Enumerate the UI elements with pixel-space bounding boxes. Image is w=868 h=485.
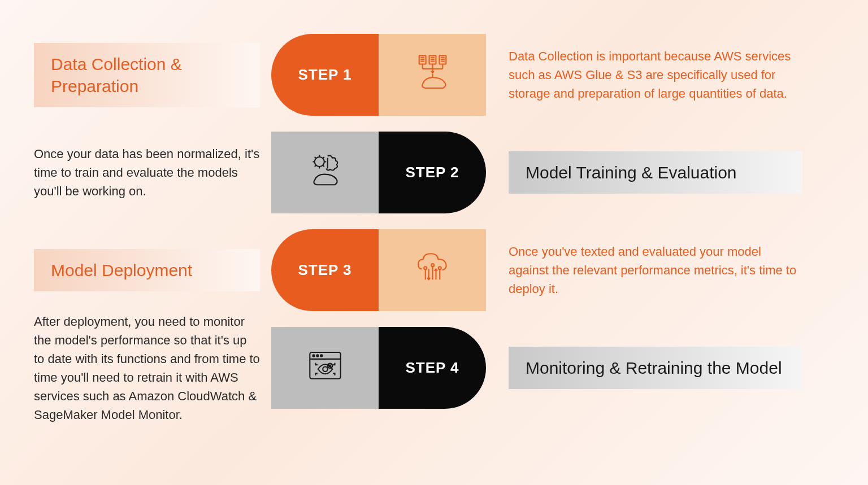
step-4-label: STEP 4 bbox=[405, 359, 459, 377]
step-4-title: Monitoring & Retraining the Model bbox=[509, 347, 802, 389]
step-4-description: After deployment, you need to monitor th… bbox=[34, 312, 260, 424]
data-collection-icon bbox=[409, 50, 457, 100]
svg-point-29 bbox=[313, 355, 314, 356]
svg-point-31 bbox=[320, 355, 322, 356]
step-2-label: STEP 2 bbox=[405, 164, 459, 181]
step-3-label: STEP 3 bbox=[298, 261, 351, 279]
svg-point-30 bbox=[316, 355, 318, 356]
step-2-title: Model Training & Evaluation bbox=[509, 151, 802, 194]
step-row-3: Model Deployment STEP 3 bbox=[34, 229, 834, 311]
step-1-description: Data Collection is important because AWS… bbox=[509, 47, 802, 103]
step-1-pill: STEP 1 bbox=[271, 34, 486, 116]
step-3-pill: STEP 3 bbox=[271, 229, 486, 311]
step-3-description: Once you've texted and evaluated your mo… bbox=[509, 242, 802, 298]
diagram-container: Data Collection & Preparation STEP 1 bbox=[0, 0, 868, 485]
svg-point-32 bbox=[323, 367, 328, 372]
step-4-pill: STEP 4 bbox=[271, 327, 486, 409]
svg-point-19 bbox=[424, 266, 427, 269]
svg-point-21 bbox=[438, 266, 441, 269]
step-2-pill: STEP 2 bbox=[271, 132, 486, 213]
step-1-title: Data Collection & Preparation bbox=[34, 43, 260, 107]
step-row-1: Data Collection & Preparation STEP 1 bbox=[34, 34, 834, 116]
step-1-label: STEP 1 bbox=[298, 66, 351, 84]
cloud-deploy-icon bbox=[409, 245, 457, 295]
step-3-title: Model Deployment bbox=[34, 249, 260, 291]
model-training-icon bbox=[301, 147, 349, 198]
svg-point-20 bbox=[431, 264, 433, 266]
step-row-4: After deployment, you need to monitor th… bbox=[34, 327, 834, 409]
monitoring-icon bbox=[301, 343, 349, 393]
step-2-description: Once your data has been normalized, it's… bbox=[34, 145, 260, 200]
step-row-2: Once your data has been normalized, it's… bbox=[34, 132, 834, 213]
